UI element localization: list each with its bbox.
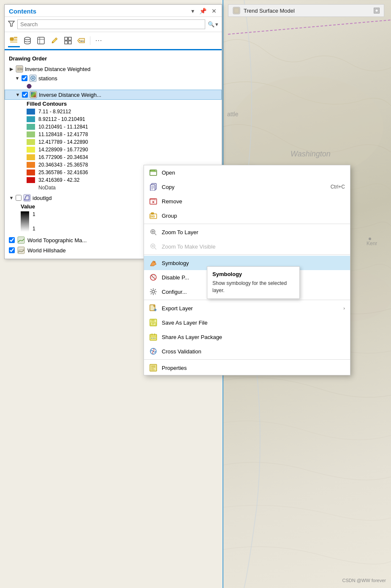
svg-rect-73 <box>151 319 155 322</box>
legend-color-10 <box>27 177 35 183</box>
svg-line-61 <box>155 248 156 249</box>
menu-label-save-layer: Save As Layer File <box>162 320 345 326</box>
legend-item-3: 10.210491 - 11.12841 <box>5 123 222 131</box>
raster-layer-icon: IDW <box>16 65 23 73</box>
world-hillshade-checkbox[interactable] <box>9 247 15 253</box>
menu-item-share[interactable]: Share As Layer Package <box>144 330 350 344</box>
legend-label-7: 16.772906 - 20.34634 <box>38 154 88 160</box>
legend-color-3 <box>27 124 35 130</box>
toolbar-label[interactable]: abc <box>76 35 87 46</box>
layer-name-idw: Inverse Distance Weigh... <box>39 92 101 98</box>
svg-rect-9 <box>234 8 239 13</box>
separator-4 <box>144 359 350 360</box>
svg-rect-13 <box>14 39 17 41</box>
svg-text:IDW: IDW <box>17 68 23 71</box>
search-bar: 🔍 ▾ <box>5 17 222 32</box>
menu-item-open[interactable]: Open <box>144 165 350 180</box>
svg-text:Kenr: Kenr <box>367 241 377 246</box>
legend-color-7 <box>27 154 35 160</box>
legend-color-1 <box>27 109 35 115</box>
zoom-layer-icon <box>149 228 157 236</box>
svg-rect-16 <box>38 37 44 44</box>
copy-shortcut: Ctrl+C <box>331 184 345 190</box>
polygon-layer-icon <box>23 194 31 202</box>
menu-label-group: Group <box>162 213 345 219</box>
world-topo-icon <box>17 236 25 244</box>
world-topo-name: World Topographic Ma... <box>27 237 87 243</box>
toolbar-more[interactable]: ··· <box>93 35 105 46</box>
svg-point-6 <box>369 238 371 240</box>
menu-item-copy[interactable]: Copy Ctrl+C <box>144 180 350 194</box>
gradient-labels: 1 1 <box>33 211 35 232</box>
world-hillshade-name: World Hillshade <box>27 247 66 254</box>
svg-rect-23 <box>68 41 71 44</box>
svg-rect-12 <box>14 37 17 38</box>
legend-color-8 <box>27 162 35 168</box>
svg-rect-14 <box>10 41 17 43</box>
svg-point-80 <box>155 338 155 339</box>
legend-item-4: 11.128418 - 12.41778 <box>5 131 222 138</box>
gradient-top-label: 1 <box>33 211 35 217</box>
idoutlgd-checkbox[interactable] <box>16 195 22 201</box>
group-icon <box>149 211 157 220</box>
restore-button[interactable] <box>374 8 380 14</box>
remove-icon <box>149 197 157 205</box>
layer-item-idw-layer[interactable]: ▼ Inverse Distance Weigh... <box>5 90 222 100</box>
minimize-button[interactable]: ▾ <box>190 7 196 15</box>
symbology-icon <box>149 259 157 267</box>
svg-point-67 <box>152 290 155 293</box>
disable-icon <box>149 273 157 282</box>
legend-label-8: 20.346343 - 25.36578 <box>38 162 88 168</box>
toolbar-database[interactable] <box>22 35 33 46</box>
menu-item-export[interactable]: Export Layer › <box>144 301 350 315</box>
tooltip-body: Show symbology for the selected layer. <box>212 280 294 294</box>
contents-header: Contents ▾ 📌 ✕ <box>5 5 222 17</box>
title-bar: Trend Surface Model <box>228 4 384 17</box>
legend-label-3: 10.210491 - 11.12841 <box>38 124 88 130</box>
separator-2 <box>144 254 350 255</box>
layer-item-idw-group[interactable]: ▶ IDW Inverse Distance Weighted <box>5 64 222 74</box>
legend-item-2: 8.92112 - 10.210491 <box>5 115 222 123</box>
menu-label-open: Open <box>162 170 345 176</box>
toolbar-pencil[interactable] <box>49 35 60 46</box>
stations-checkbox[interactable] <box>22 75 27 81</box>
menu-item-group[interactable]: Group <box>144 208 350 223</box>
layer-name-idoutlgd: idoutlgd <box>33 195 52 201</box>
toolbar-map-layer[interactable] <box>35 35 47 46</box>
world-topo-checkbox[interactable] <box>9 237 15 243</box>
save-layer-icon <box>149 318 157 327</box>
search-dropdown-button[interactable]: ▾ <box>215 21 218 27</box>
toolbar-grid[interactable] <box>62 35 74 46</box>
menu-item-zoom-layer[interactable]: Zoom To Layer <box>144 225 350 239</box>
legend-item-5: 12.417789 - 14.22890 <box>5 138 222 146</box>
legend-label-6: 14.228909 - 16.77290 <box>38 147 88 153</box>
menu-label-symbology: Symbology <box>162 260 345 266</box>
expand-arrow-idw[interactable]: ▼ <box>15 92 20 97</box>
layer-name-stations: stations <box>38 75 57 82</box>
menu-item-zoom-visible[interactable]: Zoom To Make Visible <box>144 239 350 254</box>
svg-text:abc: abc <box>80 40 84 42</box>
open-icon <box>149 168 157 177</box>
menu-item-properties[interactable]: Properties <box>144 361 350 375</box>
search-input[interactable] <box>17 19 205 29</box>
menu-item-cross-validation[interactable]: Cross Validation <box>144 344 350 358</box>
expand-arrow-stations[interactable]: ▼ <box>15 76 20 81</box>
idw-checkbox[interactable] <box>22 92 28 98</box>
menu-label-properties: Properties <box>162 365 345 371</box>
menu-label-remove: Remove <box>162 198 345 205</box>
menu-item-save-layer[interactable]: Save As Layer File <box>144 315 350 330</box>
expand-arrow[interactable]: ▶ <box>9 66 14 72</box>
svg-rect-77 <box>150 334 157 340</box>
layer-item-stations[interactable]: ▼ stations <box>5 74 222 83</box>
search-button[interactable]: 🔍 <box>208 21 215 27</box>
legend-color-6 <box>27 147 35 153</box>
toolbar-list-view[interactable] <box>8 36 20 47</box>
pin-button[interactable]: 📌 <box>198 7 208 15</box>
menu-item-remove[interactable]: Remove <box>144 194 350 208</box>
close-button[interactable]: ✕ <box>210 7 218 15</box>
svg-rect-37 <box>31 92 36 97</box>
legend-label-2: 8.92112 - 10.210491 <box>38 116 85 122</box>
legend-color-4 <box>27 131 35 137</box>
svg-point-62 <box>152 246 154 247</box>
expand-arrow-idoutlgd[interactable]: ▼ <box>9 195 14 200</box>
